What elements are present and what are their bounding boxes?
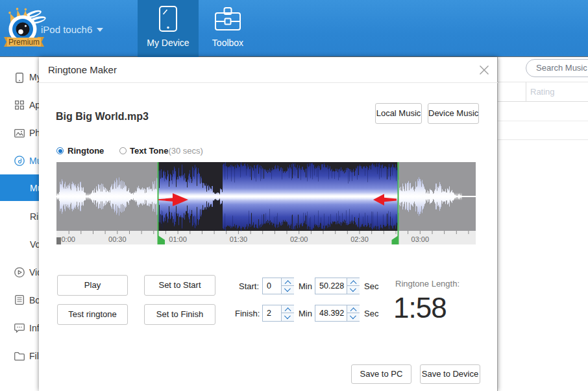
svg-text:00:30: 00:30: [108, 235, 127, 243]
svg-text:02:00: 02:00: [290, 235, 308, 243]
svg-text:01:30: 01:30: [230, 235, 248, 243]
svg-text:0:00: 0:00: [62, 235, 75, 243]
svg-text:03:00: 03:00: [411, 235, 430, 243]
svg-text:02:30: 02:30: [350, 235, 369, 243]
svg-text:Premium: Premium: [8, 38, 40, 47]
svg-text:01:00: 01:00: [169, 235, 187, 243]
